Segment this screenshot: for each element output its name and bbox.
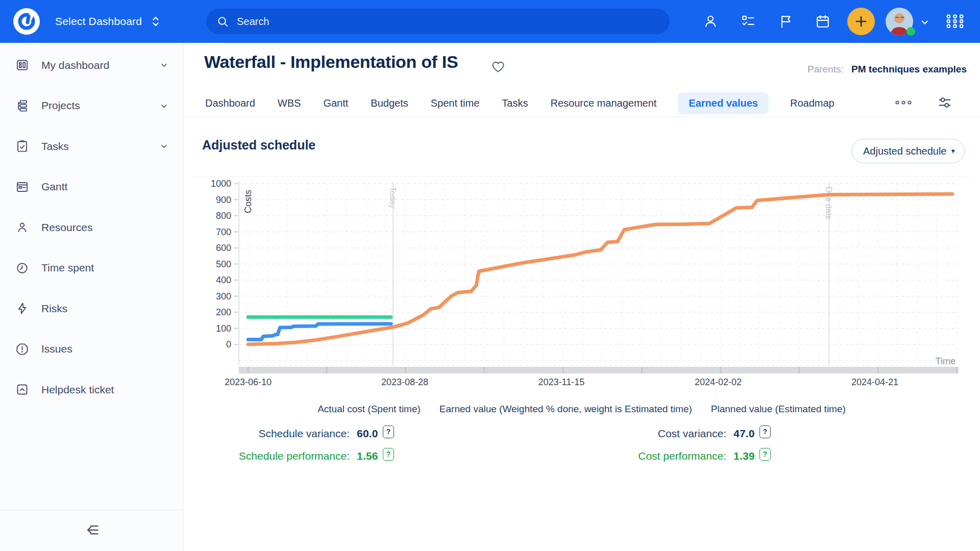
dashboard-selector[interactable]: Select Dashboard: [55, 0, 162, 43]
sidebar-item-label: Issues: [41, 343, 72, 355]
x-tick-label: 2023-06-10: [225, 377, 272, 387]
timeline-strip[interactable]: [239, 367, 959, 373]
dashboard-icon: [15, 58, 29, 72]
y-tick-label: 400: [216, 275, 231, 285]
y-tick-label: 500: [216, 259, 231, 269]
top-bar: Select Dashboard: [0, 0, 980, 43]
add-new-button[interactable]: [847, 8, 875, 35]
parents-label: Parents:: [807, 64, 844, 74]
sidebar: My dashboardProjectsTasksGanttResourcesT…: [0, 43, 183, 551]
help-icon[interactable]: ?: [760, 425, 771, 438]
metric-value: 60.0: [357, 428, 378, 440]
tab-tasks[interactable]: Tasks: [501, 92, 529, 114]
resources-icon: [15, 220, 29, 234]
legend-item-planned-value-estimated-[interactable]: Planned value (Estimated time): [711, 404, 846, 415]
chevron-down-icon[interactable]: [919, 16, 931, 29]
tab-roadmap[interactable]: Roadmap: [789, 92, 836, 114]
tasks-icon: [15, 139, 29, 153]
sidebar-divider: [0, 510, 183, 510]
y-tick-label: 800: [216, 211, 231, 221]
tab-dashboard[interactable]: Dashboard: [204, 92, 256, 114]
series-planned-value-estimated-time[interactable]: [248, 194, 952, 344]
tab-budgets[interactable]: Budgets: [370, 92, 409, 114]
help-icon[interactable]: ?: [383, 448, 394, 461]
user-icon[interactable]: [703, 14, 718, 29]
chevron-down-icon: [159, 101, 169, 111]
helpdesk-icon: [15, 383, 29, 396]
checklist-icon[interactable]: [741, 14, 756, 29]
metric-schedule-variance: Schedule variance:60.0?: [194, 428, 394, 441]
tabs-divider: [183, 117, 980, 117]
card-divider: [194, 176, 971, 177]
legend-item-actual-cost-spent-time[interactable]: Actual cost (Spent time): [317, 404, 421, 415]
more-options-icon[interactable]: [893, 97, 914, 108]
x-tick-label: 2024-04-21: [851, 377, 898, 387]
projects-icon: [15, 99, 29, 113]
sidebar-item-my-dashboard[interactable]: My dashboard: [0, 45, 183, 86]
sidebar-item-label: Projects: [41, 99, 80, 112]
chevron-down-icon: [159, 141, 169, 152]
sidebar-item-label: Resources: [41, 221, 92, 234]
y-tick-label: 300: [216, 291, 231, 302]
metric-value: 1.39: [733, 450, 755, 462]
metric-label: Cost performance:: [571, 450, 726, 462]
schedule-dropdown-value: Adjusted schedule: [863, 145, 946, 157]
help-icon[interactable]: ?: [760, 448, 771, 461]
y-tick-label: 700: [216, 227, 231, 237]
metric-label: Cost variance:: [571, 428, 726, 440]
chart-legend: Actual cost (Spent time)Earned value (We…: [183, 404, 980, 415]
search-bar[interactable]: [206, 9, 670, 34]
metric-value: 47.0: [733, 428, 755, 440]
sidebar-item-label: Time spent: [41, 262, 94, 274]
annotation-label-due-date: Due date: [824, 187, 833, 220]
x-axis-title: Time: [936, 356, 955, 366]
earned-value-chart[interactable]: 01002003004005006007008009001000CostsTod…: [194, 179, 975, 390]
parents-link[interactable]: PM techniques examples: [851, 64, 967, 74]
metric-cost-variance: Cost variance:47.0?: [571, 428, 771, 441]
metric-label: Schedule variance:: [194, 428, 350, 440]
dropdown-caret-icon: ▾: [951, 146, 955, 156]
apps-grid-icon[interactable]: [944, 14, 966, 29]
project-tabs: DashboardWBSGanttBudgetsSpent timeTasksR…: [204, 91, 836, 115]
y-tick-label: 100: [216, 323, 231, 334]
y-tick-label: 1000: [211, 179, 231, 189]
filter-settings-icon[interactable]: [937, 95, 952, 110]
page-title: Waterfall - Implementation of IS: [204, 52, 458, 72]
help-icon[interactable]: ?: [383, 425, 394, 438]
breadcrumb: Parents: PM techniques examples: [807, 64, 967, 75]
select-updown-icon: [149, 15, 162, 28]
sidebar-item-gantt[interactable]: Gantt: [0, 167, 183, 208]
y-tick-label: 900: [216, 195, 231, 205]
tab-resource-management[interactable]: Resource management: [549, 92, 657, 114]
online-status-dot: [906, 27, 915, 36]
x-tick-label: 2023-11-15: [538, 377, 585, 387]
sidebar-item-resources[interactable]: Resources: [0, 207, 183, 248]
sidebar-item-time-spent[interactable]: Time spent: [0, 248, 183, 289]
calendar-icon[interactable]: [815, 14, 830, 29]
tab-spent-time[interactable]: Spent time: [430, 92, 481, 114]
tab-wbs[interactable]: WBS: [277, 92, 302, 114]
app-logo-icon[interactable]: [13, 8, 40, 35]
sidebar-collapse-icon[interactable]: [83, 521, 101, 539]
favorite-heart-icon[interactable]: [491, 60, 505, 73]
chevron-down-icon: [159, 60, 169, 70]
alert-octagon-icon: [15, 342, 29, 356]
sidebar-item-label: Tasks: [41, 140, 69, 153]
x-tick-label: 2023-08-28: [381, 377, 428, 387]
search-input[interactable]: [236, 15, 659, 28]
schedule-dropdown[interactable]: Adjusted schedule ▾: [851, 139, 965, 163]
sidebar-item-tasks[interactable]: Tasks: [0, 126, 183, 167]
metric-value: 1.56: [357, 450, 378, 462]
tab-earned-values[interactable]: Earned values: [678, 92, 769, 114]
tab-gantt[interactable]: Gantt: [322, 92, 349, 114]
sidebar-item-label: Gantt: [41, 181, 67, 193]
sidebar-item-label: Helpdesk ticket: [41, 384, 114, 396]
sidebar-item-projects[interactable]: Projects: [0, 86, 183, 127]
legend-item-earned-value-weighted-do[interactable]: Earned value (Weighted % done, weight is…: [439, 404, 692, 415]
sidebar-item-risks[interactable]: Risks: [0, 288, 183, 329]
dashboard-selector-label: Select Dashboard: [55, 15, 142, 28]
sidebar-item-helpdesk-ticket[interactable]: Helpdesk ticket: [0, 369, 183, 410]
search-icon: [216, 15, 229, 28]
sidebar-item-issues[interactable]: Issues: [0, 329, 183, 370]
flag-icon[interactable]: [778, 14, 794, 29]
